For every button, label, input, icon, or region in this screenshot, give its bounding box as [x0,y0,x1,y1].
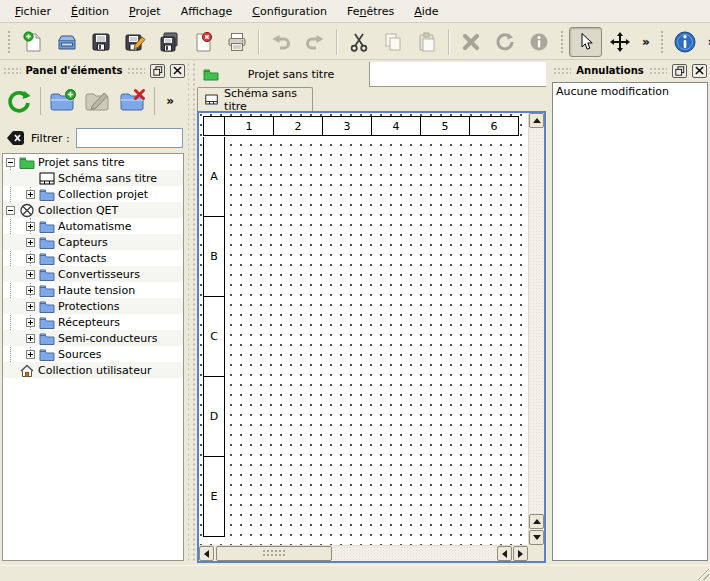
tree-item-convertisseurs[interactable]: Convertisseurs [3,266,183,282]
new-file-button[interactable] [16,27,49,57]
rotate-button[interactable] [488,27,521,57]
about-info-button[interactable] [669,27,702,57]
undo-button[interactable] [264,27,297,57]
menu-aide[interactable]: Aide [404,1,448,22]
scroll-up-button[interactable] [529,514,544,529]
tree-item-schema[interactable]: Schéma sans titre [3,170,183,186]
reload-collections-button[interactable] [3,85,34,117]
toolbar-drag-handle[interactable] [559,29,565,55]
tree-item-haute-tension[interactable]: Haute tension [3,282,183,298]
undo-panel-title: Annulations [576,65,643,76]
move-mode-button[interactable] [603,27,636,57]
expand-expander[interactable] [26,190,35,199]
vertical-scrollbar[interactable] [528,113,544,545]
toolbar-drag-handle[interactable] [6,29,12,55]
save-as-button[interactable] [118,27,151,57]
tree-item-contacts[interactable]: Contacts [3,250,183,266]
tree-item-collection-utilisateur[interactable]: Collection utilisateur [3,362,183,378]
undo-history-item[interactable]: Aucune modification [556,85,704,100]
scroll-down-button[interactable] [529,530,544,545]
scrollbar-corner [528,545,544,561]
project-tab[interactable]: Projet sans titre [197,62,370,87]
dock-close-button[interactable] [170,64,185,78]
object-info-button[interactable] [522,27,555,57]
dock-splitter-handle[interactable] [188,60,197,563]
expand-expander[interactable] [26,286,35,295]
selection-mode-button[interactable] [569,27,602,57]
save-as-icon [124,31,146,53]
tree-item-protections[interactable]: Protections [3,298,183,314]
new-file-icon [22,31,44,53]
scrollbar-thumb[interactable] [216,546,332,561]
resize-grip[interactable] [696,567,709,580]
expand-expander[interactable] [26,222,35,231]
elements-panel-titlebar[interactable]: Panel d'éléments [3,62,185,79]
tree-item-project[interactable]: Projet sans titre [3,154,183,170]
dock-close-button[interactable] [692,64,707,78]
menu-fenetres[interactable]: Fenêtres [337,1,404,22]
expand-expander[interactable] [26,334,35,343]
expand-expander[interactable] [26,254,35,263]
collapse-expander[interactable] [6,206,15,215]
undo-panel-dock: Annulations Aucune modification [550,60,710,563]
dock-float-button[interactable] [150,64,165,78]
expand-expander[interactable] [26,238,35,247]
toolbar-drag-handle[interactable] [659,29,665,55]
cut-button[interactable] [342,27,375,57]
paste-button[interactable] [410,27,443,57]
undo-panel-titlebar[interactable]: Annulations [553,62,707,79]
project-window: Projet sans titre Schéma sans titre 1 2 … [197,62,546,563]
tree-item-semi-conducteurs[interactable]: Semi-conducteurs [3,330,183,346]
menu-configuration[interactable]: Configuration [242,1,337,22]
scroll-right-button[interactable] [513,546,528,561]
expand-expander[interactable] [26,270,35,279]
project-folder-icon [203,68,219,81]
schema-view[interactable]: 1 2 3 4 5 6 A B C D E [197,111,546,563]
print-button[interactable] [220,27,253,57]
save-button[interactable] [84,27,117,57]
collapse-expander[interactable] [6,158,15,167]
delete-button[interactable] [454,27,487,57]
toolbar-overflow-chevron[interactable]: » [703,35,710,49]
project-folder-icon [19,155,35,170]
tree-item-collection-qet[interactable]: Collection QET [3,202,183,218]
tree-item-collection-projet[interactable]: Collection projet [3,186,183,202]
close-file-button[interactable] [186,27,219,57]
menu-bar: Fichier Édition Projet Affichage Configu… [0,0,710,23]
toolbar-separator [448,29,449,55]
clear-filter-icon[interactable] [6,130,25,146]
undo-history-list[interactable]: Aucune modification [552,82,708,561]
panel-toolbar-overflow-chevron[interactable]: » [161,94,179,108]
save-icon [90,31,112,53]
menu-affichage[interactable]: Affichage [171,1,243,22]
new-element-button[interactable] [47,85,78,117]
scroll-up-button[interactable] [529,113,544,128]
tree-item-automatisme[interactable]: Automatisme [3,218,183,234]
dock-float-button[interactable] [672,64,687,78]
tree-item-recepteurs[interactable]: Récepteurs [3,314,183,330]
expand-expander[interactable] [26,350,35,359]
redo-button[interactable] [298,27,331,57]
tree-item-sources[interactable]: Sources [3,346,183,362]
open-button[interactable] [50,27,83,57]
menu-edition[interactable]: Édition [61,1,119,22]
tree-item-capteurs[interactable]: Capteurs [3,234,183,250]
tree-item-label: Protections [58,300,119,313]
filter-input[interactable] [76,128,183,148]
save-all-button[interactable] [152,27,185,57]
copy-button[interactable] [376,27,409,57]
expand-expander[interactable] [26,302,35,311]
project-tab-bar: Projet sans titre [197,62,546,87]
horizontal-scrollbar[interactable] [199,545,528,561]
scroll-left-button[interactable] [199,546,214,561]
schema-canvas[interactable]: 1 2 3 4 5 6 A B C D E [199,113,528,545]
thumb-grip-texture [262,549,286,558]
toolbar-overflow-chevron[interactable]: » [637,35,655,49]
schema-tab[interactable]: Schéma sans titre [197,87,313,111]
menu-fichier[interactable]: Fichier [5,1,61,22]
menu-projet[interactable]: Projet [119,1,171,22]
delete-element-button[interactable] [117,85,148,117]
edit-element-button[interactable] [82,85,113,117]
scroll-left-button[interactable] [497,546,512,561]
expand-expander[interactable] [26,318,35,327]
